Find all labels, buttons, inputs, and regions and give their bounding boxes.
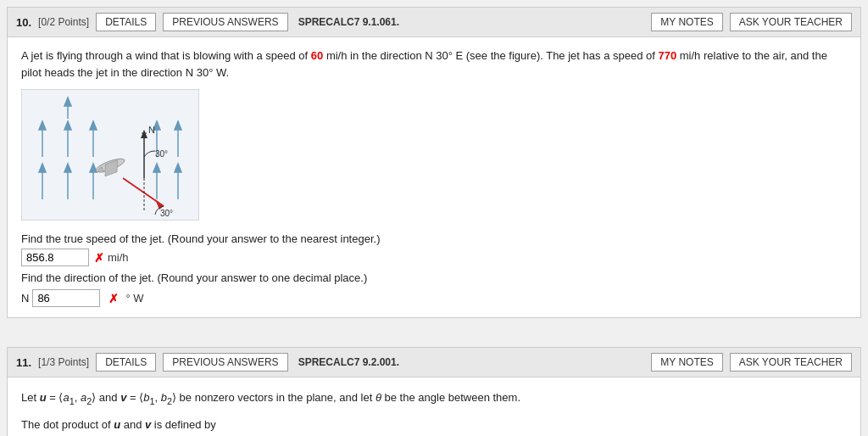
speed-unit: mi/h [108, 251, 129, 264]
problem-10-text-part2: mi/h in the direction N 30° E (see the f… [323, 49, 658, 62]
problem-10-sprecalc-label: SPRECALC7 9.1.061. [298, 16, 399, 28]
svg-text:N: N [148, 125, 155, 135]
find-speed-label: Find the true speed of the jet. (Round y… [21, 232, 847, 245]
problem-10-details-button[interactable]: DETAILS [96, 13, 156, 31]
u-vector-label: u [40, 391, 47, 404]
problem-10-body: A jet is flying through a wind that is b… [8, 37, 860, 317]
problem-10-speed-highlight: 60 [311, 49, 323, 62]
problem-10-header-right: MY NOTES ASK YOUR TEACHER [651, 13, 852, 31]
problem-11-ask-teacher-button[interactable]: ASK YOUR TEACHER [730, 353, 852, 372]
v-vector-label: v [120, 391, 126, 404]
problem-11-my-notes-button[interactable]: MY NOTES [651, 353, 722, 372]
problem-11-block: 11. [1/3 Points] DETAILS PREVIOUS ANSWER… [7, 347, 861, 436]
problem-10-points: [0/2 Points] [38, 16, 89, 28]
problem-11-body: Let u = ⟨a1, a2⟩ and v = ⟨b1, b2⟩ be non… [8, 377, 860, 436]
problem-11-dot-def: The dot product of u and v is defined by [21, 415, 847, 434]
direction-x-mark: ✗ [108, 292, 119, 305]
problem-11-sprecalc-label: SPRECALC7 9.2.001. [298, 356, 399, 368]
problem-10-jet-speed-highlight: 770 [658, 49, 676, 62]
problem-10-text: A jet is flying through a wind that is b… [21, 48, 847, 81]
problem-11-header: 11. [1/3 Points] DETAILS PREVIOUS ANSWER… [8, 348, 860, 377]
svg-text:30°: 30° [155, 149, 168, 159]
speed-input[interactable] [21, 249, 89, 266]
problem-10-header: 10. [0/2 Points] DETAILS PREVIOUS ANSWER… [8, 8, 860, 37]
svg-text:30°: 30° [160, 209, 173, 218]
svg-rect-0 [21, 89, 199, 221]
find-direction-label: Find the direction of the jet. (Round yo… [21, 271, 847, 284]
problem-10-header-left: 10. [0/2 Points] DETAILS PREVIOUS ANSWER… [16, 13, 399, 31]
problem-11-points: [1/3 Points] [38, 356, 89, 368]
problem-10-text-part1: A jet is flying through a wind that is b… [21, 49, 311, 62]
problem-10-figure-container: N 30° 30° [21, 89, 847, 221]
direction-input[interactable] [32, 289, 100, 307]
problem-10-block: 10. [0/2 Points] DETAILS PREVIOUS ANSWER… [7, 7, 861, 318]
problem-10-my-notes-button[interactable]: MY NOTES [651, 13, 722, 31]
direction-prefix: N [21, 292, 29, 305]
speed-answer-row: ✗ mi/h [21, 249, 847, 266]
problem-11-prev-answers-button[interactable]: PREVIOUS ANSWERS [163, 353, 287, 372]
problem-11-header-right: MY NOTES ASK YOUR TEACHER [651, 353, 852, 372]
speed-x-mark: ✗ [94, 251, 104, 265]
problem-10-prev-answers-button[interactable]: PREVIOUS ANSWERS [163, 13, 287, 31]
direction-answer-row: N ✗ ° W [21, 289, 847, 307]
problem-10-figure-svg: N 30° 30° [21, 89, 199, 221]
problem-11-details-button[interactable]: DETAILS [96, 353, 156, 372]
problem-11-header-left: 11. [1/3 Points] DETAILS PREVIOUS ANSWER… [16, 353, 399, 372]
problem-11-intro: Let u = ⟨a1, a2⟩ and v = ⟨b1, b2⟩ be non… [21, 388, 847, 410]
problem-11-number: 11. [16, 356, 31, 369]
problem-10-ask-teacher-button[interactable]: ASK YOUR TEACHER [730, 13, 852, 31]
problem-10-number: 10. [16, 16, 31, 29]
direction-unit: ° W [125, 292, 143, 305]
